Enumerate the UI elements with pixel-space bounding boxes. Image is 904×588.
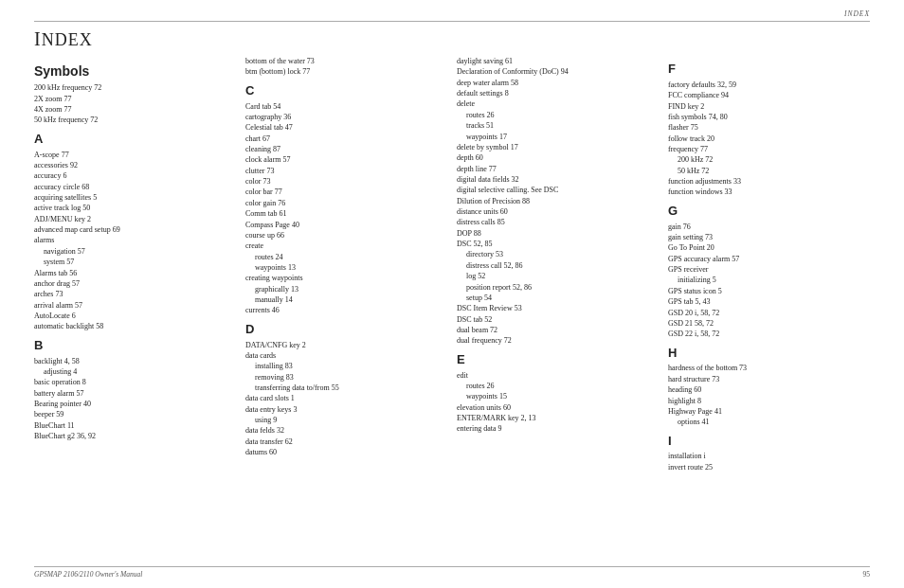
- index-entry: delete: [457, 98, 659, 109]
- index-entry: routes 26: [457, 110, 659, 120]
- index-entry: GSD 21 58, 72: [668, 318, 870, 329]
- index-entry: Compass Page 40: [245, 220, 447, 230]
- index-entry: adjusting 4: [34, 366, 236, 377]
- index-entry: highlight 8: [668, 396, 870, 406]
- bottom-rule: [34, 566, 870, 567]
- index-entry: function windows 33: [668, 187, 870, 197]
- footer-right: 95: [863, 570, 871, 579]
- index-entry: creating waypoints: [245, 273, 447, 283]
- letter-heading: E: [457, 351, 659, 369]
- index-entry: ADJ/MENU key 2: [34, 214, 236, 224]
- index-entry: 50 kHz 72: [668, 166, 870, 176]
- index-entry: function adjustments 33: [668, 176, 870, 187]
- index-entry: navigation 57: [34, 246, 236, 257]
- index-entry: 2X zoom 77: [34, 94, 236, 104]
- index-entry: log 52: [457, 271, 659, 281]
- index-entry: daylight saving 61: [457, 56, 659, 66]
- index-entry: heading 60: [668, 384, 870, 395]
- index-entry: currents 46: [245, 305, 447, 315]
- index-entry: graphically 13: [245, 284, 447, 294]
- index-entry: distress call 52, 86: [457, 260, 659, 271]
- index-entry: depth line 77: [457, 164, 659, 174]
- index-entry: anchor drag 57: [34, 278, 236, 289]
- index-entry: Card tab 54: [245, 101, 447, 112]
- index-entry: Highway Page 41: [668, 406, 870, 417]
- index-entry: distress calls 85: [457, 217, 659, 227]
- index-entry: 200 kHz 72: [668, 154, 870, 165]
- index-entry: DSC tab 52: [457, 314, 659, 325]
- index-entry: arrival alarm 57: [34, 300, 236, 311]
- index-entry: DATA/CNFG key 2: [245, 340, 447, 350]
- index-entry: BlueChart g2 36, 92: [34, 431, 236, 441]
- index-entry: digital selective calling. See DSC: [457, 185, 659, 195]
- columns-container: Symbols200 kHz frequency 722X zoom 774X …: [34, 56, 870, 561]
- column-4: Ffactory defaults 32, 59FCC compliance 9…: [668, 56, 870, 561]
- index-entry: accuracy 6: [34, 170, 236, 181]
- index-entry: GSD 22 i, 58, 72: [668, 329, 870, 339]
- index-entry: cartography 36: [245, 112, 447, 122]
- index-entry: battery alarm 57: [34, 388, 236, 399]
- index-entry: distance units 60: [457, 206, 659, 217]
- index-entry: color gain 76: [245, 198, 447, 208]
- index-entry: GPS tab 5, 43: [668, 296, 870, 307]
- index-entry: setup 54: [457, 293, 659, 303]
- index-entry: color bar 77: [245, 187, 447, 197]
- index-entry: Go To Point 20: [668, 242, 870, 253]
- index-entry: data cards: [245, 350, 447, 361]
- index-entry: routes 26: [457, 381, 659, 391]
- index-entry: automatic backlight 58: [34, 321, 236, 331]
- index-entry: arches 73: [34, 289, 236, 299]
- index-entry: digital data fields 32: [457, 174, 659, 185]
- index-entry: DOP 88: [457, 228, 659, 239]
- column-2: bottom of the water 73btm (bottom) lock …: [245, 56, 457, 561]
- index-entry: alarms: [34, 235, 236, 245]
- index-entry: removing 83: [245, 372, 447, 383]
- index-entry: initializing 5: [668, 275, 870, 285]
- index-entry: hard structure 73: [668, 374, 870, 384]
- index-entry: accuracy circle 68: [34, 182, 236, 192]
- letter-heading: A: [34, 131, 236, 149]
- index-entry: DSC 52, 85: [457, 239, 659, 249]
- index-entry: depth 60: [457, 152, 659, 163]
- index-entry: BlueChart 11: [34, 420, 236, 431]
- index-entry: GSD 20 i, 58, 72: [668, 308, 870, 318]
- index-entry: follow track 20: [668, 134, 870, 144]
- index-entry: dual beam 72: [457, 325, 659, 335]
- page: Index INDEX Symbols200 kHz frequency 722…: [0, 0, 904, 588]
- index-entry: delete by symbol 17: [457, 142, 659, 152]
- index-entry: GPS accuracy alarm 57: [668, 254, 870, 264]
- index-entry: flasher 75: [668, 122, 870, 133]
- index-entry: waypoints 13: [245, 262, 447, 273]
- section-heading: Symbols: [34, 62, 236, 80]
- index-entry: using 9: [245, 415, 447, 425]
- index-entry: gain 76: [668, 222, 870, 232]
- page-title-area: INDEX: [34, 28, 870, 50]
- header-index: Index: [844, 9, 870, 18]
- index-entry: entering data 9: [457, 423, 659, 434]
- index-entry: create: [245, 241, 447, 251]
- index-entry: Alarms tab 56: [34, 268, 236, 278]
- index-entry: default settings 8: [457, 88, 659, 98]
- index-entry: frequency 77: [668, 144, 870, 154]
- index-entry: advanced map card setup 69: [34, 224, 236, 235]
- index-entry: GPS receiver: [668, 264, 870, 275]
- index-entry: datums 60: [245, 447, 447, 457]
- index-entry: invert route 25: [668, 462, 870, 472]
- index-entry: dual frequency 72: [457, 335, 659, 346]
- index-entry: 50 kHz frequency 72: [34, 115, 236, 125]
- index-entry: routes 24: [245, 252, 447, 262]
- index-entry: active track log 50: [34, 203, 236, 213]
- index-entry: hardness of the bottom 73: [668, 363, 870, 373]
- letter-heading: H: [668, 345, 870, 363]
- letter-heading: C: [245, 82, 447, 100]
- index-entry: beeper 59: [34, 409, 236, 419]
- index-entry: deep water alarm 58: [457, 78, 659, 88]
- index-entry: ENTER/MARK key 2, 13: [457, 413, 659, 423]
- index-entry: data entry keys 3: [245, 404, 447, 415]
- index-entry: fish symbols 74, 80: [668, 112, 870, 122]
- index-entry: Bearing pointer 40: [34, 399, 236, 409]
- index-entry: FIND key 2: [668, 101, 870, 112]
- index-entry: Comm tab 61: [245, 208, 447, 219]
- index-entry: cleaning 87: [245, 144, 447, 154]
- letter-heading: B: [34, 337, 236, 355]
